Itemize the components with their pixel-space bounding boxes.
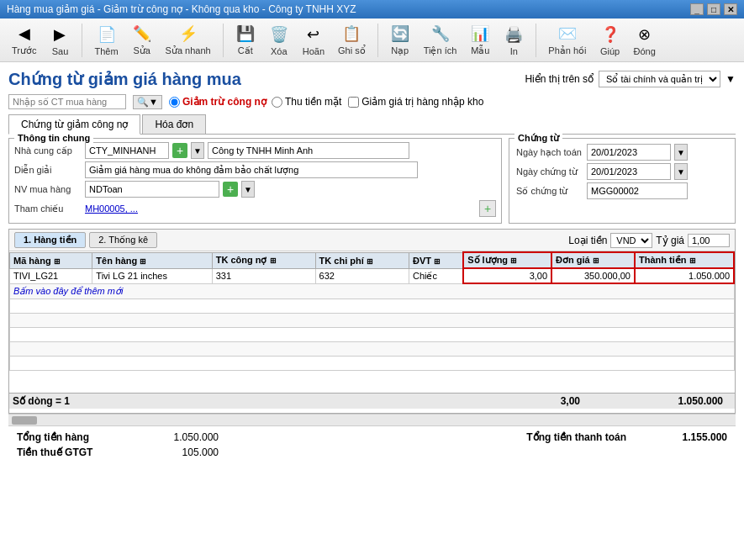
toolbar-add-label: Thêm (94, 46, 118, 56)
toolbar-utilities-label: Tiện ích (424, 45, 457, 56)
empty-row-5 (10, 357, 735, 371)
close-icon: ⊗ (635, 24, 655, 45)
edit-icon: ✏️ (132, 24, 152, 44)
label-tham-chieu: Tham chiếu (14, 203, 82, 214)
window-controls: _ □ ✕ (690, 3, 737, 15)
form-row-so-ct: Số chứng từ (516, 182, 728, 199)
toolbar-reload[interactable]: 🔄 Nạp (385, 22, 415, 58)
data-tab-thong-ke[interactable]: 2. Thống kê (89, 232, 157, 248)
toolbar-add[interactable]: 📄 Thêm (89, 23, 123, 58)
toolbar-edit[interactable]: ✏️ Sửa (127, 22, 157, 58)
th-so-luong: Số lượng ⊞ (463, 252, 551, 268)
toolbar-help[interactable]: ❓ Giúp (595, 23, 625, 58)
th-thanh-tien: Thành tiền ⊞ (635, 252, 734, 268)
radio-thu-tien-mat[interactable]: Thu tiền mặt (272, 96, 341, 108)
radio-thu-tien-input[interactable] (272, 97, 282, 108)
general-info-title: Thông tin chung (14, 133, 93, 143)
form-row-nv: NV mua hàng + ▼ (14, 181, 496, 198)
checkbox-giam-gia-label: Giảm giá trị hàng nhập kho (361, 96, 483, 108)
checkbox-giam-gia[interactable]: Giảm giá trị hàng nhập kho (348, 96, 483, 108)
hoan-icon: ↩ (303, 24, 324, 45)
display-setting-select[interactable]: Sổ tài chính và quản trịSổ tài chínhSổ q… (599, 71, 720, 87)
add-tham-chieu-button[interactable]: + (479, 200, 496, 217)
sep1 (82, 24, 82, 57)
toolbar-feedback[interactable]: ✉️ Phản hồi (543, 22, 591, 58)
h-scrollbar-thumb[interactable] (12, 416, 37, 425)
input-so-ct[interactable] (587, 182, 688, 199)
add-ncc-button[interactable]: + (172, 143, 187, 158)
th-dvt: ĐVT ⊞ (409, 252, 463, 268)
currency-select[interactable]: VND (610, 233, 652, 248)
input-ngay-ht[interactable] (587, 144, 671, 161)
data-table: Mã hàng ⊞ Tên hàng ⊞ TK công nợ ⊞ TK chi… (9, 251, 735, 371)
add-nv-button[interactable]: + (223, 182, 238, 197)
toolbar-close-label: Đóng (634, 46, 656, 56)
toolbar-template[interactable]: 📊 Mẫu (465, 22, 495, 58)
empty-row-2 (10, 314, 735, 328)
toolbar-post[interactable]: 📋 Ghi sổ (333, 22, 371, 58)
toolbar-print[interactable]: 🖨️ In (499, 23, 529, 58)
input-ncc-name[interactable] (208, 142, 409, 159)
input-ncc-code[interactable] (85, 142, 169, 159)
toolbar-quick-edit-label: Sửa nhanh (166, 45, 211, 56)
empty-row-3 (10, 328, 735, 342)
tong-tien-hang-row: Tổng tiền hàng 1.050.000 (17, 431, 219, 443)
label-ngay-ct: Ngày chứng từ (516, 166, 583, 177)
ty-gia-input[interactable] (688, 234, 730, 247)
input-dien-giai[interactable] (85, 161, 418, 178)
general-info-section: Thông tin chung Nhà cung cấp + ▼ Diễn gi… (8, 138, 502, 224)
search-input[interactable] (8, 94, 126, 109)
toolbar-save[interactable]: 💾 Cất (230, 22, 261, 58)
add-row[interactable]: Bấm vào đây để thêm mới (10, 283, 735, 299)
maximize-button[interactable]: □ (707, 3, 720, 15)
th-tk-cong-no: TK công nợ ⊞ (212, 252, 315, 268)
cell-ten-hang: Tivi LG 21 inches (92, 268, 212, 283)
form-row-ngay-ht: Ngày hạch toán ▼ (516, 144, 728, 161)
toolbar-delete[interactable]: 🗑️ Xóa (264, 23, 294, 58)
input-nv[interactable] (85, 181, 219, 198)
footer-totals: Tổng tiền hàng 1.050.000 Tiền thuế GTGT … (8, 425, 736, 463)
tab-chung-tu[interactable]: Chứng từ giảm công nợ (8, 114, 140, 135)
table-container: Mã hàng ⊞ Tên hàng ⊞ TK công nợ ⊞ TK chi… (9, 251, 735, 393)
save-icon: 💾 (235, 24, 256, 44)
close-button[interactable]: ✕ (724, 3, 737, 15)
label-dien-giai: Diễn giải (14, 165, 82, 176)
toolbar-close[interactable]: ⊗ Đóng (629, 23, 661, 58)
toolbar-utilities[interactable]: 🔧 Tiện ích (419, 22, 462, 58)
toolbar-quick-edit[interactable]: ⚡ Sửa nhanh (161, 22, 216, 58)
toolbar-next[interactable]: ▶ Sau (45, 23, 75, 58)
toolbar-print-label: In (510, 46, 518, 56)
data-tab-hang-tien[interactable]: 1. Hàng tiền (14, 232, 86, 248)
form-row-ncc: Nhà cung cấp + ▼ (14, 142, 496, 159)
summary-row: Số dòng = 1 3,00 1.050.000 (9, 393, 735, 409)
toolbar-template-label: Mẫu (471, 45, 489, 56)
th-tk-chi-phi: TK chi phí ⊞ (315, 252, 409, 268)
toolbar-help-label: Giúp (600, 46, 620, 56)
tong-tien-hang-value: 1.050.000 (135, 431, 219, 443)
title-bar: Hàng mua giảm giá - Giảm trừ công nợ - K… (0, 0, 744, 18)
tham-chieu-link[interactable]: MH00005, ... (85, 203, 138, 214)
data-section: 1. Hàng tiền 2. Thống kê Loại tiền VND T… (8, 229, 736, 414)
input-ngay-ct[interactable] (587, 163, 671, 180)
radio-giam-tru-cong-no[interactable]: Giảm trừ công nợ (169, 96, 266, 108)
table-row[interactable]: TIVI_LG21 Tivi LG 21 inches 331 632 Chiế… (10, 268, 735, 283)
print-icon: 🖨️ (504, 24, 524, 45)
toolbar-hoan[interactable]: ↩ Hoãn (298, 23, 330, 58)
tab-hoa-don[interactable]: Hóa đơn (142, 114, 206, 134)
toolbar-back[interactable]: ◀ Trước (7, 22, 41, 58)
cell-tk-chi-phi: 632 (315, 268, 409, 283)
checkbox-giam-gia-input[interactable] (348, 97, 359, 108)
ngay-ht-dropdown[interactable]: ▼ (674, 144, 688, 161)
display-setting: Hiển thị trên sổ Sổ tài chính và quản tr… (525, 71, 736, 87)
summary-label: Số dòng = 1 (13, 395, 530, 407)
back-icon: ◀ (14, 24, 34, 44)
radio-giam-tru-input[interactable] (169, 97, 180, 108)
ngay-ct-dropdown[interactable]: ▼ (674, 163, 688, 180)
label-nv: NV mua hàng (14, 184, 82, 194)
h-scrollbar[interactable] (8, 414, 736, 425)
table-body: TIVI_LG21 Tivi LG 21 inches 331 632 Chiế… (10, 268, 735, 371)
nv-dropdown-button[interactable]: ▼ (241, 181, 255, 198)
ncc-dropdown-button[interactable]: ▼ (191, 142, 204, 159)
minimize-button[interactable]: _ (690, 3, 704, 15)
search-button[interactable]: 🔍▼ (133, 95, 162, 109)
